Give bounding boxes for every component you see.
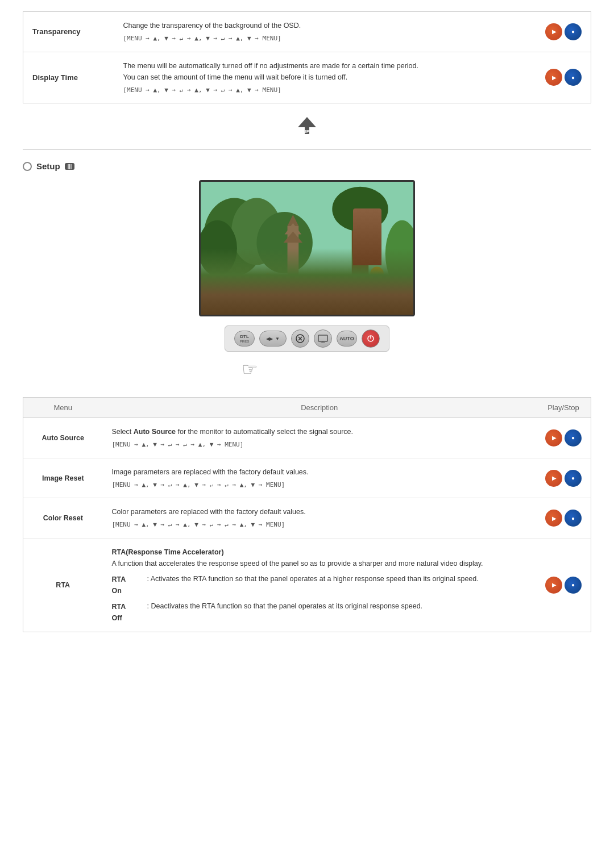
rta-stop-button[interactable] [565, 577, 582, 594]
rta-play-button[interactable] [545, 577, 562, 594]
transparency-btn-pair [545, 23, 582, 40]
image-reset-play-button[interactable] [545, 470, 562, 487]
remote-btn-power[interactable] [362, 329, 380, 348]
setup-heading: Setup ||| [23, 161, 591, 171]
transparency-table: Transparency Change the transparency of … [23, 11, 591, 103]
rta-off-label: RTAOff [112, 601, 140, 624]
table-row: Transparency Change the transparency of … [23, 12, 591, 52]
color-reset-label: Color Reset [23, 498, 103, 539]
setup-circle-icon [23, 162, 32, 171]
setup-title: Setup [36, 161, 60, 171]
table-row: Auto Source Select Auto Source for the m… [23, 418, 591, 458]
svg-rect-24 [318, 335, 327, 341]
image-reset-label: Image Reset [23, 458, 103, 498]
svg-point-17 [308, 276, 318, 286]
table-row: RTA RTA(Response Time Accelerator) A fun… [23, 538, 591, 632]
rta-on-desc: : Activates the RTA function so that the… [147, 574, 528, 596]
color-reset-desc: Color parameters are replaced with the f… [103, 498, 537, 539]
auto-source-nav: [MENU → ▲, ▼ → ↵ → ↵ → ▲, ▼ → MENU] [112, 440, 528, 450]
menu-header: Menu [23, 398, 103, 418]
description-header: Description [103, 398, 537, 418]
remote-btn-brightness[interactable]: ◀▶ ▼ [259, 331, 287, 347]
auto-source-desc: Select Auto Source for the monitor to au… [103, 418, 537, 458]
page-wrapper: Transparency Change the transparency of … [0, 0, 614, 644]
transparency-nav: [MENU → ▲, ▼ → ↵ → ▲, ▼ → ↵ → ▲, ▼ → MEN… [123, 34, 528, 44]
rta-desc: RTA(Response Time Accelerator) A functio… [103, 538, 537, 632]
garden-scene [201, 182, 413, 315]
up-section: UP [23, 115, 591, 138]
svg-point-12 [332, 187, 388, 232]
transparency-buttons [536, 12, 591, 52]
table-row: Color Reset Color parameters are replace… [23, 498, 591, 539]
table-row: Image Reset Image parameters are replace… [23, 458, 591, 498]
monitor-frame [199, 180, 415, 316]
transparency-play-button[interactable] [545, 23, 562, 40]
auto-source-btn-pair [545, 429, 582, 446]
remote-btn-auto[interactable]: AUTO [337, 331, 357, 347]
main-table-section: Menu Description Play/Stop Auto Source S… [23, 397, 591, 632]
auto-source-stop-button[interactable] [565, 429, 582, 446]
rta-title: RTA(Response Time Accelerator) [112, 546, 528, 558]
remote-panel: DTL PRES ◀▶ ▼ [225, 326, 389, 352]
color-reset-description: Color parameters are replaced with the f… [112, 506, 528, 518]
auto-source-buttons [536, 418, 591, 458]
remote-btn-image[interactable] [291, 329, 309, 348]
image-reset-buttons [536, 458, 591, 498]
color-reset-nav: [MENU → ▲, ▼ → ↵ → ▲, ▼ → ↵ → ↵ → ▲, ▼ →… [112, 520, 528, 530]
display-time-description: The menu will be automatically turned of… [123, 60, 528, 83]
display-time-nav: [MENU → ▲, ▼ → ↵ → ▲, ▼ → ↵ → ▲, ▼ → MEN… [123, 85, 528, 95]
image-reset-description: Image parameters are replaced with the f… [112, 466, 528, 478]
auto-source-bold: Auto Source [134, 428, 176, 436]
svg-point-14 [241, 274, 250, 283]
transparency-description: Change the transparency of the backgroun… [123, 20, 528, 31]
image-reset-btn-pair [545, 470, 582, 487]
color-reset-stop-button[interactable] [565, 510, 582, 527]
rta-off-item: RTAOff : Deactivates the RTA function so… [112, 601, 528, 624]
auto-source-label: Auto Source [23, 418, 103, 458]
playstop-header: Play/Stop [536, 398, 591, 418]
display-time-label: Display Time [23, 52, 114, 103]
rta-title-bold: RTA(Response Time Accelerator) [112, 548, 224, 556]
svg-point-16 [264, 273, 272, 281]
rta-buttons [536, 538, 591, 632]
rta-label: RTA [23, 538, 103, 632]
monitor-screen [201, 182, 413, 315]
monitor-container: DTL PRES ◀▶ ▼ [23, 180, 591, 380]
display-time-buttons [536, 52, 591, 103]
section-divider [23, 149, 591, 150]
auto-source-play-button[interactable] [545, 429, 562, 446]
transparency-stop-button[interactable] [565, 23, 582, 40]
image-reset-desc: Image parameters are replaced with the f… [103, 458, 537, 498]
image-reset-stop-button[interactable] [565, 470, 582, 487]
hand-cursor-icon: ☞ [242, 358, 258, 380]
svg-rect-13 [201, 276, 413, 315]
image-reset-nav: [MENU → ▲, ▼ → ↵ → ▲, ▼ → ↵ → ↵ → ▲, ▼ →… [112, 480, 528, 490]
transparency-desc: Change the transparency of the backgroun… [114, 12, 537, 52]
transparency-label: Transparency [23, 12, 114, 52]
remote-btn-screen[interactable] [314, 329, 332, 348]
color-reset-play-button[interactable] [545, 510, 562, 527]
remote-bar: DTL PRES ◀▶ ▼ [225, 326, 389, 380]
up-arrow-icon: UP [296, 115, 318, 138]
table-header-row: Menu Description Play/Stop [23, 398, 591, 418]
svg-point-19 [370, 267, 384, 281]
setup-badge: ||| [65, 163, 75, 170]
display-time-play-button[interactable] [545, 69, 562, 86]
table-row: Display Time The menu will be automatica… [23, 52, 591, 103]
auto-source-description: Select Auto Source for the monitor to au… [112, 426, 528, 437]
display-time-btn-pair [545, 69, 582, 86]
setup-table: Menu Description Play/Stop Auto Source S… [23, 397, 591, 632]
display-time-desc: The menu will be automatically turned of… [114, 52, 537, 103]
color-reset-buttons [536, 498, 591, 539]
display-time-stop-button[interactable] [565, 69, 582, 86]
color-reset-btn-pair [545, 510, 582, 527]
rta-on-item: RTAOn : Activates the RTA function so th… [112, 574, 528, 596]
svg-point-15 [254, 278, 260, 285]
rta-btn-pair [545, 577, 582, 594]
svg-rect-11 [352, 215, 369, 315]
rta-off-desc: : Deactivates the RTA function so that t… [147, 601, 528, 624]
svg-point-18 [326, 275, 333, 282]
svg-text:UP: UP [303, 129, 310, 134]
rta-on-label: RTAOn [112, 574, 140, 596]
remote-btn-menu[interactable]: DTL PRES [234, 331, 255, 347]
